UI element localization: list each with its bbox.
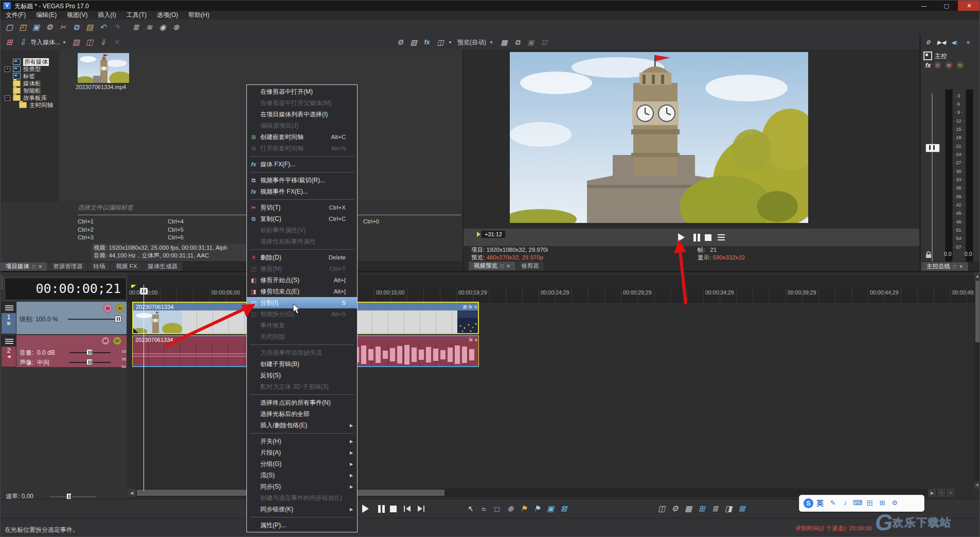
lock-icon[interactable]: [925, 251, 932, 258]
ime-toolbox-icon[interactable]: ⊞: [876, 499, 888, 508]
insert-marker-icon[interactable]: ▣: [544, 501, 557, 516]
menu-item[interactable]: 同步链接(K) ▶: [247, 504, 357, 515]
menu-bar-item[interactable]: 帮助(H): [183, 11, 215, 20]
enable-snapping-icon[interactable]: ≣: [129, 21, 142, 33]
new-project-icon[interactable]: ▢: [3, 21, 16, 33]
copy-snapshot-icon[interactable]: ⧉: [511, 36, 524, 48]
menu-bar-item[interactable]: 选项(O): [152, 11, 183, 20]
remove-media-icon[interactable]: ✕: [110, 36, 123, 48]
menu-bar-item[interactable]: 视图(V): [62, 11, 93, 20]
selection-edit-tool-icon[interactable]: □: [490, 501, 504, 516]
media-thumbnail[interactable]: [78, 53, 129, 83]
menu-item[interactable]: 在项目媒体列表中选择(I) ▶: [247, 109, 357, 120]
import-media-caret-icon[interactable]: ▼: [62, 40, 66, 45]
undo-icon[interactable]: ↶: [96, 21, 110, 33]
menu-item[interactable]: 分组(G) ▶: [247, 458, 357, 470]
preview-quality-caret-icon[interactable]: ▼: [489, 40, 493, 45]
scroll-right-icon[interactable]: ▶: [928, 489, 936, 497]
menu-item[interactable]: 选择性粘贴事件属性 ▶: [247, 236, 357, 247]
panel-tab[interactable]: 资源管理器 □ ✕: [48, 262, 88, 271]
copy-icon[interactable]: ⧉: [69, 21, 83, 33]
add-track-icon[interactable]: ⊞: [695, 501, 708, 516]
menu-item[interactable]: 配对为立体 3D 子剪辑(3) ▶: [247, 381, 357, 392]
menu-item[interactable]: fx 媒体 FX(F)... ▶: [247, 159, 357, 170]
track-volume-handle[interactable]: [86, 349, 93, 355]
close-gaps-icon[interactable]: ⊠: [735, 501, 749, 516]
media-views-icon[interactable]: ⊞: [3, 36, 16, 48]
menu-item[interactable]: 创建子剪辑(B) ▶: [247, 358, 357, 370]
track-list-icon[interactable]: ≣: [708, 501, 722, 516]
timeline-timecode-display[interactable]: 00:00:00;21: [5, 278, 127, 300]
ime-keyboard-icon[interactable]: ⌨: [851, 499, 864, 508]
tag-edit-placeholder[interactable]: 选择文件以编辑标签: [78, 203, 133, 212]
preview-settings-icon[interactable]: ⚙: [394, 36, 407, 48]
timeline-vscrollbar[interactable]: ▲ ▼: [974, 272, 980, 489]
tree-expand-icon[interactable]: −: [5, 95, 10, 101]
ime-skin-icon[interactable]: 田: [864, 499, 876, 508]
menu-item[interactable]: ⊟ 打开嵌套时间轴 Alt+N ▶: [247, 143, 357, 154]
tree-expand-icon[interactable]: +: [5, 66, 10, 72]
track-menu-icon[interactable]: [2, 336, 17, 347]
stop-button[interactable]: [386, 501, 400, 516]
tab-close-icon[interactable]: ✕: [38, 264, 42, 269]
event-menu-icon[interactable]: ≡: [475, 337, 477, 342]
menu-item[interactable]: 选择光标后的全部 ▶: [247, 408, 357, 420]
media-bin-item[interactable]: 所有媒体: [1, 58, 49, 65]
tab-restore-icon[interactable]: □: [32, 264, 35, 269]
panel-splitter[interactable]: [919, 34, 921, 271]
play-button[interactable]: [359, 501, 372, 516]
get-photo-icon[interactable]: ◫: [83, 36, 96, 48]
menu-item[interactable]: 属性(P)... ▶: [247, 519, 357, 531]
vscroll-thumb[interactable]: [975, 281, 979, 342]
menu-item[interactable]: 同步(S) ▶: [247, 481, 357, 492]
window-layout-icon[interactable]: ◨: [722, 501, 735, 516]
cut-icon[interactable]: ✂: [56, 21, 69, 33]
menu-item[interactable]: 事件恢复 ▶: [247, 320, 357, 331]
master-automation-icon[interactable]: ⚙: [934, 61, 941, 69]
delete-marker-icon[interactable]: ⊠: [557, 501, 571, 516]
menu-item[interactable]: ⧉ 视频事件平移/裁切(R)... ▶: [247, 175, 357, 186]
media-bin-item[interactable]: 智能柜: [1, 87, 41, 94]
event-fx-icon[interactable]: fx: [469, 304, 472, 309]
menu-bar-item[interactable]: 工具(T): [121, 11, 152, 20]
panel-tab[interactable]: 转场 □ ✕: [88, 262, 111, 271]
ime-pen-icon[interactable]: ✎: [827, 499, 839, 508]
project-video-properties-icon[interactable]: ▧: [407, 36, 420, 48]
master-settings-icon[interactable]: ⚙: [921, 36, 935, 48]
track-mute-button[interactable]: M: [101, 337, 110, 345]
menu-item[interactable]: 为所选事件添加缺失流 ▶: [247, 347, 357, 358]
ime-language-mode[interactable]: 英: [816, 499, 824, 508]
toolbar-gap[interactable]: [123, 21, 129, 33]
zoom-out-icon[interactable]: −: [937, 489, 946, 497]
zoom-in-icon[interactable]: +: [947, 489, 955, 497]
minimize-button[interactable]: —: [913, 1, 935, 11]
fade-handle[interactable]: [133, 328, 138, 333]
menu-item[interactable]: 流(S) ▶: [247, 470, 357, 481]
media-bin-item[interactable]: 媒体柜: [1, 80, 41, 87]
mixer-console-icon[interactable]: ◫: [655, 501, 668, 516]
save-snapshot-icon[interactable]: ▣: [524, 36, 538, 48]
region-flag-icon[interactable]: ⚑: [530, 501, 544, 516]
tab-close-icon[interactable]: ✕: [506, 264, 510, 269]
save-project-icon[interactable]: ▣: [29, 21, 43, 33]
ignore-event-grouping-icon[interactable]: ⊗: [169, 21, 183, 33]
track-menu-icon[interactable]: [2, 302, 17, 314]
redo-icon[interactable]: ↷: [110, 21, 123, 33]
panel-tab[interactable]: 媒体生成器 □ ✕: [142, 262, 183, 271]
pause-button[interactable]: [372, 501, 386, 516]
import-media-button[interactable]: 导入媒体...: [30, 38, 60, 47]
track-solo-button[interactable]: S!: [116, 304, 124, 313]
downmix-output-icon[interactable]: ▶◀: [935, 36, 948, 48]
event-menu-icon[interactable]: ≡: [474, 304, 477, 309]
menu-item[interactable]: ⧉ 复制(C) Ctrl+C ▶: [247, 213, 357, 224]
menu-item[interactable]: ◫ 修剪(M) Ctrl+T ▶: [247, 263, 357, 274]
ime-mic-icon[interactable]: ♪: [839, 499, 851, 508]
split-screen-caret-icon[interactable]: ▼: [448, 40, 452, 45]
menu-item[interactable]: 在修剪器中打开父媒体(M) ▶: [247, 97, 357, 109]
menu-item[interactable]: fx 视频事件 FX(E)... ▶: [247, 186, 357, 197]
plugin-manager-icon[interactable]: ▦: [682, 501, 695, 516]
zoom-edit-tool-icon[interactable]: ⊕: [504, 501, 517, 516]
media-bin-item[interactable]: + 按类型: [1, 65, 41, 73]
rate-slider[interactable]: [49, 496, 96, 497]
master-fader-handle[interactable]: [925, 144, 940, 152]
